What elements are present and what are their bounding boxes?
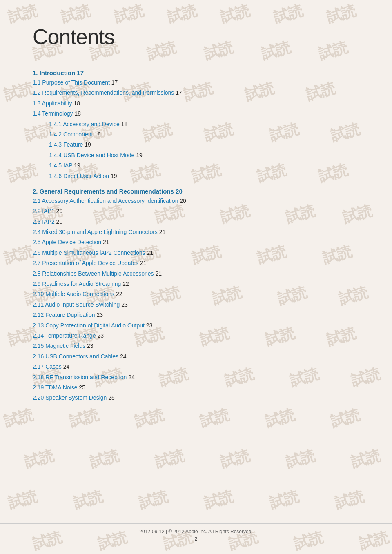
- toc-item: 1.4.4 USB Device and Host Mode 19: [33, 151, 359, 160]
- toc-item: 2.16 USB Connectors and Cables 24: [33, 352, 359, 361]
- footer-copyright: 2012-09-12 | © 2012 Apple Inc. All Right…: [139, 529, 252, 534]
- toc-item: 2.18 RF Transmission and Reception 24: [33, 373, 359, 382]
- toc-item: 2.9 Readiness for Audio Streaming 22: [33, 279, 359, 288]
- toc-item: 1.4 Terminology 18: [33, 109, 359, 118]
- toc-item: 2.5 Apple Device Detection 21: [33, 238, 359, 247]
- footer-page-number: 2: [0, 536, 392, 542]
- toc-item: 2.12 Feature Duplication 23: [33, 310, 359, 319]
- toc-item: 2.3 IAP2 20: [33, 217, 359, 226]
- toc-item: 2.11 Audio Input Source Switching 23: [33, 300, 359, 309]
- toc-item: 1.4.6 Direct User Action 19: [33, 171, 359, 180]
- table-of-contents: 1. Introduction 171.1 Purpose of This Do…: [33, 69, 359, 403]
- toc-item: 2.1 Accessory Authentication and Accesso…: [33, 196, 359, 205]
- toc-item: 2.4 Mixed 30-pin and Apple Lightning Con…: [33, 227, 359, 236]
- toc-item: 2.6 Multiple Simultaneous iAP2 Connectio…: [33, 248, 359, 257]
- toc-item: 1.2 Requirements, Recommendations, and P…: [33, 88, 359, 97]
- toc-item: 2.7 Presentation of Apple Device Updates…: [33, 258, 359, 267]
- toc-item: 1.4.2 Component 18: [33, 130, 359, 139]
- toc-item: 1.4.1 Accessory and Device 18: [33, 120, 359, 129]
- toc-section-header: 2. General Requirements and Recommendati…: [33, 188, 359, 195]
- toc-item: 2.14 Temperature Range 23: [33, 331, 359, 340]
- toc-item: 2.17 Cases 24: [33, 362, 359, 371]
- toc-item: 1.3 Applicability 18: [33, 99, 359, 108]
- toc-item: 1.4.5 IAP 19: [33, 161, 359, 170]
- page-title: Contents: [33, 24, 359, 49]
- toc-section-header: 1. Introduction 17: [33, 69, 359, 76]
- toc-item: 2.8 Relationships Between Multiple Acces…: [33, 269, 359, 278]
- toc-item: 2.20 Speaker System Design 25: [33, 393, 359, 402]
- page-content: Contents 1. Introduction 171.1 Purpose o…: [0, 0, 392, 436]
- toc-item: 2.19 TDMA Noise 25: [33, 383, 359, 392]
- toc-item: 2.13 Copy Protection of Digital Audio Ou…: [33, 321, 359, 330]
- toc-item: 1.4.3 Feature 19: [33, 140, 359, 149]
- toc-item: 2.15 Magnetic Fields 23: [33, 341, 359, 350]
- toc-item: 2.10 Multiple Audio Connections 22: [33, 289, 359, 298]
- toc-item: 1.1 Purpose of This Document 17: [33, 78, 359, 87]
- toc-item: 2.2 IAP1 20: [33, 207, 359, 216]
- page-footer: 2012-09-12 | © 2012 Apple Inc. All Right…: [0, 523, 392, 542]
